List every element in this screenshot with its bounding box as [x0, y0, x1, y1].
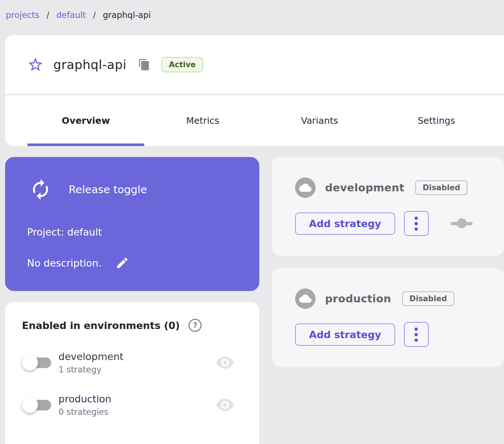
tab-variants[interactable]: Variants: [261, 95, 378, 146]
development-toggle-switch[interactable]: [22, 355, 56, 371]
cloud-environment-avatar: [295, 288, 316, 309]
tab-label: Metrics: [186, 115, 219, 126]
cloud-icon: [299, 181, 312, 194]
kebab-icon: [415, 328, 418, 342]
tab-metrics[interactable]: Metrics: [144, 95, 261, 146]
environment-card-header: production Disabled: [295, 288, 497, 309]
environment-strategy-count: 0 strategies: [58, 407, 111, 417]
release-toggle-icon: [29, 178, 52, 201]
breadcrumb-current: graphql-api: [103, 10, 151, 20]
add-strategy-button[interactable]: Add strategy: [295, 213, 395, 235]
page-title: graphql-api: [53, 57, 126, 72]
pencil-icon: [115, 256, 129, 270]
cloud-icon: [299, 292, 312, 305]
environment-row-production: production 0 strategies: [22, 393, 243, 417]
edit-description-button[interactable]: [115, 256, 129, 270]
toggle-type-header: Release toggle: [27, 178, 245, 201]
enabled-environments-card: Enabled in environments (0) ? developmen…: [5, 302, 259, 444]
toggle-description-label: No description.: [27, 257, 102, 269]
tab-label: Variants: [301, 115, 338, 126]
environment-name: production: [58, 393, 111, 405]
tab-label: Overview: [62, 115, 110, 126]
environment-labels: development 1 strategy: [58, 351, 123, 374]
tab-settings[interactable]: Settings: [378, 95, 495, 146]
feature-title-row: graphql-api Active: [5, 35, 504, 94]
visibility-toggle-button[interactable]: [216, 399, 234, 411]
production-toggle-switch[interactable]: [22, 397, 56, 413]
eye-icon: [216, 399, 234, 411]
enabled-environments-header: Enabled in environments (0) ?: [22, 319, 243, 332]
main-content: Release toggle Project: default No descr…: [0, 146, 504, 444]
visibility-toggle-button[interactable]: [216, 356, 234, 369]
status-badge: Active: [161, 57, 203, 72]
environment-status-chip: Disabled: [402, 291, 454, 306]
breadcrumb-link-default[interactable]: default: [56, 10, 86, 20]
environment-card-name: production: [325, 292, 391, 305]
environment-strategy-count: 1 strategy: [58, 365, 123, 374]
environment-row-development: development 1 strategy: [22, 351, 243, 374]
more-options-button[interactable]: [404, 211, 429, 236]
tab-overview[interactable]: Overview: [27, 95, 144, 146]
environment-card-name: development: [325, 181, 404, 194]
environment-labels: production 0 strategies: [58, 393, 111, 417]
breadcrumb: projects / default / graphql-api: [0, 0, 504, 35]
kebab-icon: [415, 217, 418, 231]
breadcrumb-link-projects[interactable]: projects: [6, 10, 39, 20]
copy-icon: [138, 58, 150, 71]
environment-card-development: development Disabled Add strategy: [272, 157, 504, 256]
strategy-slider-icon: [451, 218, 473, 229]
breadcrumb-separator: /: [46, 10, 49, 20]
tab-label: Settings: [418, 115, 455, 126]
toggle-description-row: No description.: [27, 256, 245, 270]
environment-card-production: production Disabled Add strategy: [272, 268, 504, 367]
toggle-project-label: Project: default: [27, 226, 245, 238]
help-icon[interactable]: ?: [188, 319, 202, 332]
enabled-environments-title: Enabled in environments (0): [22, 320, 180, 331]
environment-status-chip: Disabled: [415, 180, 467, 195]
environment-name: development: [58, 351, 123, 362]
environment-card-actions: Add strategy: [295, 211, 497, 236]
active-tab-underline: [27, 143, 144, 146]
feature-header-card: graphql-api Active Overview Metrics Vari…: [5, 35, 504, 146]
tab-bar: Overview Metrics Variants Settings: [5, 95, 504, 146]
switch-knob: [22, 355, 38, 371]
switch-knob: [22, 397, 38, 413]
more-options-button[interactable]: [404, 322, 429, 347]
eye-icon: [216, 356, 234, 369]
copy-name-button[interactable]: [138, 58, 150, 71]
cloud-environment-avatar: [295, 177, 316, 198]
add-strategy-button[interactable]: Add strategy: [295, 324, 395, 346]
environment-card-header: development Disabled: [295, 177, 497, 198]
right-column: development Disabled Add strategy: [272, 157, 504, 367]
toggle-type-card: Release toggle Project: default No descr…: [5, 157, 259, 291]
left-column: Release toggle Project: default No descr…: [5, 157, 259, 444]
breadcrumb-separator: /: [93, 10, 96, 20]
toggle-type-label: Release toggle: [69, 183, 147, 196]
environment-card-actions: Add strategy: [295, 322, 497, 347]
favorite-star-icon[interactable]: [27, 56, 44, 73]
